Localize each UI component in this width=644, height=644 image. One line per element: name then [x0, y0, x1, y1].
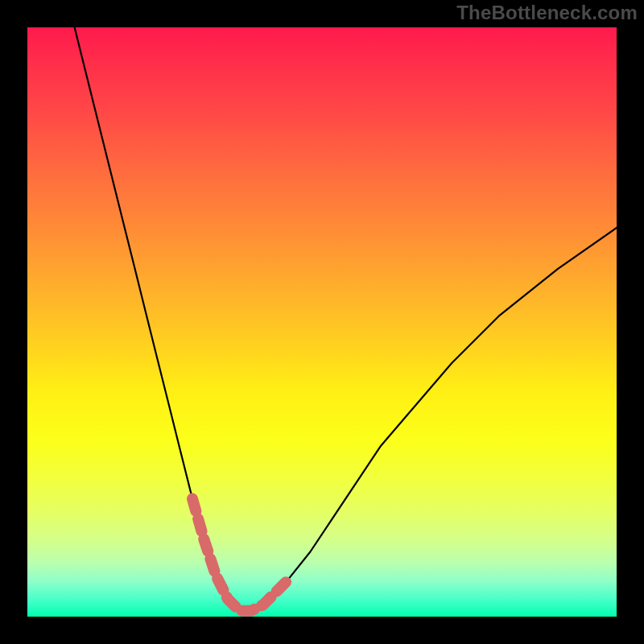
watermark-text: TheBottleneck.com: [456, 2, 638, 24]
bottleneck-curve-svg: [27, 27, 617, 617]
plot-area: [27, 27, 617, 617]
bottleneck-highlight-path: [192, 499, 287, 611]
chart-frame: TheBottleneck.com: [0, 0, 644, 644]
bottleneck-curve-path: [75, 27, 617, 611]
